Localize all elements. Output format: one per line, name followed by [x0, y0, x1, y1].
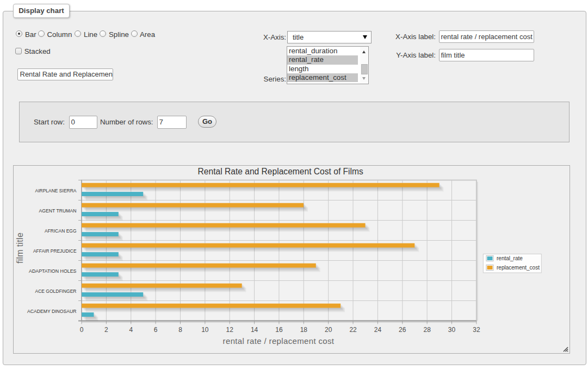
svg-text:22: 22: [349, 326, 357, 334]
svg-text:12: 12: [226, 326, 234, 334]
svg-text:0: 0: [80, 326, 84, 334]
svg-text:ACE GOLDFINGER: ACE GOLDFINGER: [35, 288, 77, 294]
svg-text:26: 26: [399, 326, 406, 334]
svg-text:32: 32: [473, 326, 480, 334]
svg-text:AFRICAN EGG: AFRICAN EGG: [45, 228, 77, 234]
svg-text:8: 8: [178, 326, 182, 334]
svg-text:AIRPLANE SIERRA: AIRPLANE SIERRA: [35, 187, 77, 193]
svg-text:ADAPTATION HOLES: ADAPTATION HOLES: [29, 268, 77, 274]
svg-text:replacement_cost: replacement_cost: [497, 265, 540, 271]
svg-text:ACADEMY DINOSAUR: ACADEMY DINOSAUR: [27, 308, 77, 314]
svg-text:28: 28: [423, 326, 431, 334]
svg-text:AGENT TRUMAN: AGENT TRUMAN: [39, 208, 77, 214]
svg-text:Rental Rate and Replacement Co: Rental Rate and Replacement Cost of Film…: [198, 167, 363, 176]
svg-text:10: 10: [201, 326, 209, 334]
svg-text:AFFAIR PREJUDICE: AFFAIR PREJUDICE: [33, 248, 77, 254]
svg-text:4: 4: [129, 326, 133, 334]
svg-text:6: 6: [154, 326, 158, 334]
svg-text:2: 2: [104, 326, 108, 334]
svg-text:16: 16: [275, 326, 283, 334]
svg-text:18: 18: [300, 326, 308, 334]
svg-text:film title: film title: [15, 233, 24, 264]
svg-text:30: 30: [448, 326, 456, 334]
svg-text:20: 20: [325, 326, 332, 334]
svg-text:rental rate / replacement cost: rental rate / replacement cost: [223, 336, 335, 346]
svg-text:rental_rate: rental_rate: [497, 255, 523, 261]
svg-text:14: 14: [251, 326, 258, 334]
svg-text:24: 24: [374, 326, 382, 334]
